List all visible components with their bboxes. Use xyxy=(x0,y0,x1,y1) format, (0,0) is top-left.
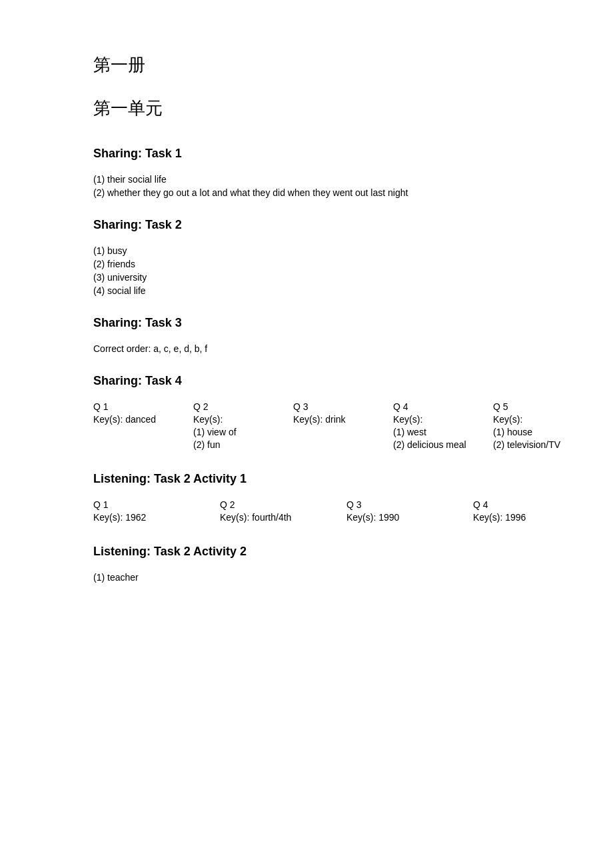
col-header: Q 4 xyxy=(473,499,573,510)
col-row: (2) fun xyxy=(193,439,273,450)
book-title: 第一册 xyxy=(93,53,520,77)
col-header: Q 3 xyxy=(346,499,446,510)
list-item: (1) their social life xyxy=(93,174,520,185)
col-row: Key(s): fourth/4th xyxy=(220,512,320,523)
list-item: (4) social life xyxy=(93,285,520,296)
sharing-task-4-table: Q 1 Key(s): danced Q 2 Key(s): (1) view … xyxy=(93,401,520,452)
list-item: (3) university xyxy=(93,272,520,283)
sharing-task-4-section: Sharing: Task 4 Q 1 Key(s): danced Q 2 K… xyxy=(93,374,520,452)
listening-col-q2: Q 2 Key(s): fourth/4th xyxy=(220,499,320,525)
listening-task2-activity1-table: Q 1 Key(s): 1962 Q 2 Key(s): fourth/4th … xyxy=(93,499,520,525)
col-row: Key(s): drink xyxy=(293,414,373,425)
table-col-q4: Q 4 Key(s): (1) west (2) delicious meal xyxy=(393,401,473,452)
sharing-task-2-section: Sharing: Task 2 (1) busy (2) friends (3)… xyxy=(93,218,520,296)
col-row: Key(s): 1996 xyxy=(473,512,573,523)
list-item: (1) busy xyxy=(93,245,520,256)
col-header: Q 5 xyxy=(493,401,573,412)
listening-task2-activity2-content: (1) teacher xyxy=(93,572,520,583)
col-row: Key(s): danced xyxy=(93,414,173,425)
col-row: Key(s): xyxy=(193,414,273,425)
table-col-q3: Q 3 Key(s): drink xyxy=(293,401,373,452)
unit-title: 第一单元 xyxy=(93,97,520,120)
col-header: Q 1 xyxy=(93,499,193,510)
col-row: Key(s): xyxy=(393,414,473,425)
col-header: Q 2 xyxy=(220,499,320,510)
col-header: Q 4 xyxy=(393,401,473,412)
table-col-q5: Q 5 Key(s): (1) house (2) television/TV xyxy=(493,401,573,452)
list-item: (2) friends xyxy=(93,259,520,269)
listening-task2-activity1-heading: Listening: Task 2 Activity 1 xyxy=(93,472,520,486)
listening-col-q1: Q 1 Key(s): 1962 xyxy=(93,499,193,525)
sharing-task-1-content: (1) their social life (2) whether they g… xyxy=(93,174,520,198)
sharing-task-4-heading: Sharing: Task 4 xyxy=(93,374,520,388)
col-row: Key(s): 1962 xyxy=(93,512,193,523)
sharing-task-3-heading: Sharing: Task 3 xyxy=(93,316,520,330)
listening-task2-activity2-heading: Listening: Task 2 Activity 2 xyxy=(93,545,520,559)
listening-col-q4: Q 4 Key(s): 1996 xyxy=(473,499,573,525)
col-row: (1) view of xyxy=(193,427,273,437)
col-row: (1) house xyxy=(493,427,573,437)
col-row: Key(s): xyxy=(493,414,573,425)
table-col-q2: Q 2 Key(s): (1) view of (2) fun xyxy=(193,401,273,452)
sharing-task-1-section: Sharing: Task 1 (1) their social life (2… xyxy=(93,147,520,198)
sharing-task-2-content: (1) busy (2) friends (3) university (4) … xyxy=(93,245,520,296)
table-col-q1: Q 1 Key(s): danced xyxy=(93,401,173,452)
sharing-task-3-content: Correct order: a, c, e, d, b, f xyxy=(93,343,520,354)
col-row: (2) television/TV xyxy=(493,439,573,450)
list-item: (2) whether they go out a lot and what t… xyxy=(93,187,520,198)
col-header: Q 3 xyxy=(293,401,373,412)
sharing-task-3-section: Sharing: Task 3 Correct order: a, c, e, … xyxy=(93,316,520,354)
col-header: Q 1 xyxy=(93,401,173,412)
col-row: (2) delicious meal xyxy=(393,439,473,450)
listening-task2-activity2-section: Listening: Task 2 Activity 2 (1) teacher xyxy=(93,545,520,583)
list-item: (1) teacher xyxy=(93,572,520,583)
col-row: Key(s): 1990 xyxy=(346,512,446,523)
listening-col-q3: Q 3 Key(s): 1990 xyxy=(346,499,446,525)
sharing-task-2-heading: Sharing: Task 2 xyxy=(93,218,520,232)
col-row: (1) west xyxy=(393,427,473,437)
list-item: Correct order: a, c, e, d, b, f xyxy=(93,343,520,354)
sharing-task-1-heading: Sharing: Task 1 xyxy=(93,147,520,161)
col-header: Q 2 xyxy=(193,401,273,412)
listening-task2-activity1-section: Listening: Task 2 Activity 1 Q 1 Key(s):… xyxy=(93,472,520,525)
